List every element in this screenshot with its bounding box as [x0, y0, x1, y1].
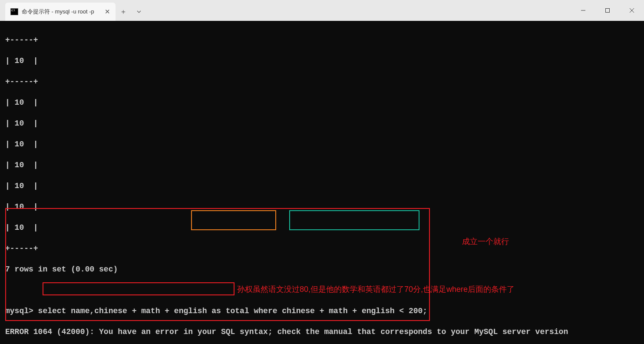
cmd-icon: c:\ — [10, 8, 18, 15]
minimize-button[interactable] — [571, 2, 595, 19]
terminal-line: +-----+ — [5, 76, 639, 87]
terminal-line: | 10 | — [5, 202, 639, 212]
maximize-button[interactable] — [595, 2, 620, 19]
terminal-line: | 10 | — [5, 97, 639, 108]
terminal-body[interactable]: +-----+ | 10 | +-----+ | 10 | | 10 | | 1… — [0, 21, 644, 344]
tab-dropdown-button[interactable] — [131, 3, 147, 21]
terminal-line: +-----+ — [5, 35, 639, 45]
new-tab-button[interactable]: ＋ — [116, 3, 131, 21]
chevron-down-icon — [136, 9, 142, 14]
close-icon — [629, 8, 634, 13]
tab-active[interactable]: c:\ 命令提示符 - mysql -u root -p ✕ — [5, 3, 116, 21]
terminal-line: | 10 | — [5, 222, 639, 233]
annotation-text-1: 成立一个就行 — [462, 236, 509, 247]
terminal-line: | 10 | — [5, 56, 639, 66]
window-controls — [571, 0, 644, 21]
terminal-line: | 10 | — [5, 118, 639, 129]
close-window-button[interactable] — [620, 2, 644, 19]
terminal-line: | 10 | — [5, 160, 639, 170]
terminal-line: | 10 | — [5, 181, 639, 191]
svg-rect-1 — [606, 9, 610, 13]
close-tab-icon[interactable]: ✕ — [98, 7, 110, 17]
terminal-line: ERROR 1064 (42000): You have an error in… — [5, 327, 639, 337]
terminal-line: mysql> select name,chinese + math + engl… — [5, 306, 639, 316]
terminal-line: +-----+ — [5, 243, 639, 254]
minimize-icon — [581, 8, 586, 13]
tab-title: 命令提示符 - mysql -u root -p — [22, 7, 94, 17]
terminal-line: | 10 | — [5, 139, 639, 149]
maximize-icon — [605, 8, 610, 13]
annotation-text-2: 孙权虽然语文没过80,但是他的数学和英语都过了70分,也满足where后面的条件… — [237, 284, 515, 294]
window-title-bar: c:\ 命令提示符 - mysql -u root -p ✕ ＋ — [0, 0, 644, 21]
terminal-line: 7 rows in set (0.00 sec) — [5, 264, 639, 275]
